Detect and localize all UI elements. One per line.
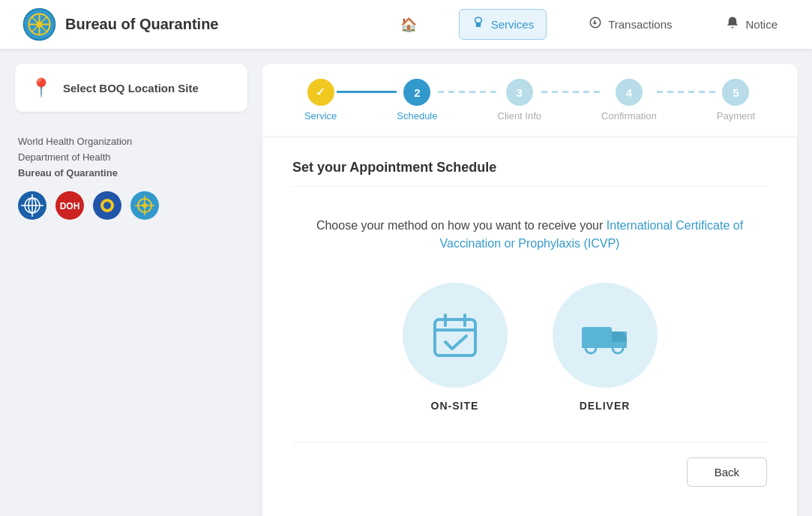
header-logo: Bureau of Quarantine bbox=[22, 8, 388, 41]
notice-icon bbox=[726, 16, 739, 33]
content-area: ✓ Service 2 Schedule 3 Client Info 4 Con… bbox=[262, 64, 797, 516]
step-service-label: Service bbox=[304, 110, 337, 122]
services-icon bbox=[472, 16, 485, 33]
method-onsite[interactable]: ON-SITE bbox=[403, 283, 508, 412]
sidebar-logos: DOH bbox=[18, 191, 244, 220]
nav-notice-label: Notice bbox=[745, 18, 778, 31]
org-line1: World Health Organization bbox=[18, 134, 244, 150]
connector-3-4 bbox=[541, 91, 601, 93]
nav-services[interactable]: Services bbox=[459, 9, 547, 40]
method-deliver-label: DELIVER bbox=[580, 400, 631, 412]
svg-point-16 bbox=[103, 202, 111, 209]
connector-2-3 bbox=[438, 91, 498, 93]
connector-1-2 bbox=[337, 91, 397, 93]
step-client-label: Client Info bbox=[498, 110, 542, 122]
transactions-icon bbox=[589, 16, 602, 33]
step-payment: 5 Payment bbox=[717, 79, 755, 122]
boq-logo-icon bbox=[22, 8, 56, 41]
method-options: ON-SITE bbox=[292, 283, 767, 412]
header-title: Bureau of Quarantine bbox=[65, 16, 218, 33]
step-service-circle: ✓ bbox=[307, 79, 334, 106]
org-line3: Bureau of Quarantine bbox=[18, 166, 244, 182]
step-schedule: 2 Schedule bbox=[397, 79, 437, 122]
method-onsite-label: ON-SITE bbox=[431, 400, 479, 412]
main-layout: 📍 Select BOQ Location Site World Health … bbox=[0, 49, 812, 516]
org-line2: Department of Health bbox=[18, 150, 244, 166]
sidebar: 📍 Select BOQ Location Site World Health … bbox=[15, 64, 247, 516]
location-card[interactable]: 📍 Select BOQ Location Site bbox=[15, 64, 247, 112]
step-schedule-label: Schedule bbox=[397, 110, 437, 122]
dfa-logo bbox=[93, 191, 121, 220]
step-client-circle: 3 bbox=[506, 79, 533, 106]
doh-logo: DOH bbox=[55, 191, 84, 220]
header-nav: 🏠 Services Transactions bbox=[388, 9, 790, 40]
step-client-info: 3 Client Info bbox=[498, 79, 542, 122]
step-confirmation: 4 Confirmation bbox=[601, 79, 657, 122]
step-service: ✓ Service bbox=[304, 79, 337, 122]
svg-rect-22 bbox=[435, 320, 475, 356]
home-icon: 🏠 bbox=[400, 16, 417, 33]
svg-point-21 bbox=[142, 203, 147, 208]
nav-services-label: Services bbox=[491, 18, 535, 31]
card-body: Set your Appointment Schedule Choose you… bbox=[262, 137, 797, 516]
method-onsite-circle bbox=[403, 283, 508, 388]
method-deliver[interactable]: DELIVER bbox=[553, 283, 658, 412]
nav-transactions[interactable]: Transactions bbox=[577, 10, 684, 39]
step-payment-label: Payment bbox=[717, 110, 755, 122]
step-schedule-circle: 2 bbox=[403, 79, 430, 106]
who-logo bbox=[18, 191, 46, 220]
method-section: Choose your method on how you want to re… bbox=[292, 209, 767, 502]
step-confirmation-label: Confirmation bbox=[601, 110, 657, 122]
svg-rect-31 bbox=[582, 342, 627, 348]
svg-text:DOH: DOH bbox=[60, 201, 80, 212]
steps-bar: ✓ Service 2 Schedule 3 Client Info 4 Con… bbox=[262, 64, 797, 137]
card-footer: Back bbox=[292, 442, 767, 487]
method-intro-text: Choose your method on how you want to re… bbox=[316, 219, 607, 232]
method-deliver-circle bbox=[553, 283, 658, 388]
method-intro: Choose your method on how you want to re… bbox=[292, 217, 767, 253]
section-title: Set your Appointment Schedule bbox=[292, 160, 767, 187]
boq-logo bbox=[130, 191, 159, 220]
svg-point-6 bbox=[37, 22, 43, 28]
back-button[interactable]: Back bbox=[687, 458, 767, 487]
header: Bureau of Quarantine 🏠 Services Transact… bbox=[0, 0, 812, 49]
step-confirmation-circle: 4 bbox=[616, 79, 643, 106]
location-icon: 📍 bbox=[30, 77, 52, 98]
nav-notice[interactable]: Notice bbox=[714, 10, 790, 39]
nav-home[interactable]: 🏠 bbox=[388, 10, 429, 39]
nav-transactions-label: Transactions bbox=[608, 18, 672, 31]
step-payment-circle: 5 bbox=[722, 79, 749, 106]
connector-4-5 bbox=[657, 91, 717, 93]
location-label: Select BOQ Location Site bbox=[63, 80, 199, 96]
sidebar-org: World Health Organization Department of … bbox=[15, 127, 247, 227]
